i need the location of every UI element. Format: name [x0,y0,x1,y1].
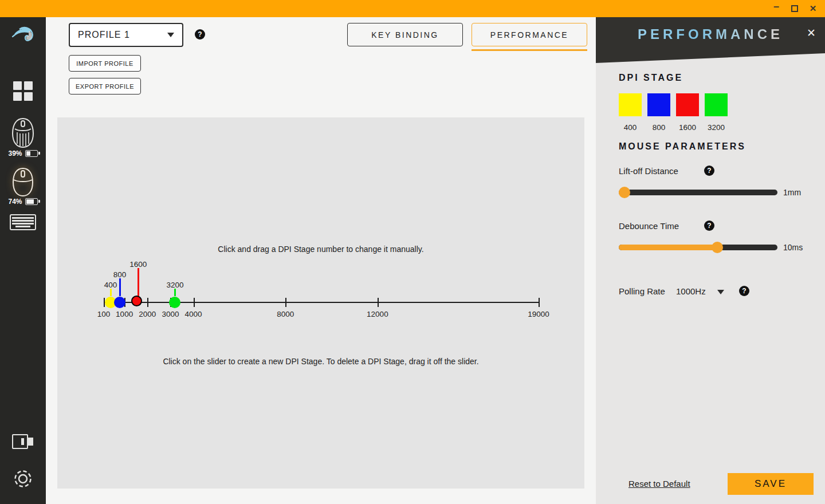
save-button[interactable]: SAVE [728,473,814,495]
sidebar-item-device-wired-mouse[interactable] [0,117,46,148]
dpi-stage-swatch-label-1600: 1600 [676,123,699,132]
dpi-stage-swatches [619,93,728,116]
dpi-stage-leader-line [174,289,176,296]
sidebar-item-device-keyboard[interactable] [0,214,46,230]
dpi-stage-number-800[interactable]: 800 [103,270,137,279]
dpi-tick-19000 [539,298,540,307]
reset-to-default-link[interactable]: Reset to Default [628,479,690,489]
dpi-tick-label-12000: 12000 [360,310,395,318]
panel-close-icon[interactable]: ✕ [807,26,816,40]
battery-status-wireless-mouse: 74% [0,198,46,206]
dpi-stage-dot-800[interactable] [114,297,125,308]
gear-icon [11,467,34,490]
dpi-stage-number-1600[interactable]: 1600 [121,260,155,269]
grid-icon [13,81,33,101]
profile-help-icon[interactable]: ? [195,29,205,40]
import-profile-button[interactable]: IMPORT PROFILE [69,55,141,72]
dpi-tick-label-4000: 4000 [176,310,211,318]
performance-panel-title: PERFORMANCE [596,26,825,42]
brand-swoosh-icon [11,24,34,47]
profile-dropdown[interactable]: PROFILE 1 [69,23,183,47]
battery-icon [25,150,38,157]
battery-percent-label: 74% [8,198,22,206]
dpi-stage-swatch-1600[interactable] [676,93,699,116]
battery-percent-label: 39% [8,149,22,158]
titlebar: – ✕ [0,0,825,17]
lift-off-distance-value: 1mm [783,188,801,197]
sidebar-item-dongle[interactable] [0,433,46,450]
main-content: PROFILE 1 ? IMPORT PROFILE EXPORT PROFIL… [46,17,596,504]
usb-dongle-icon [11,433,34,450]
lift-off-distance-slider[interactable] [619,190,777,195]
slider-thumb[interactable] [712,242,723,253]
dpi-stage-dot-3200[interactable] [169,297,180,308]
chevron-down-icon[interactable] [717,290,724,294]
dpi-stage-swatch-label-3200: 3200 [705,123,728,132]
close-button[interactable]: ✕ [807,2,819,15]
dpi-stage-number-400[interactable]: 400 [93,281,128,289]
maximize-icon [791,5,798,12]
dpi-stage-swatch-label-800: 800 [647,123,670,132]
performance-panel: PERFORMANCE ✕ DPI STAGE 40080016003200 M… [596,17,825,504]
battery-icon [25,198,38,205]
dpi-tick-label-19000: 19000 [521,310,556,318]
dpi-instruction-bottom: Click on the slider to create a new DPI … [57,357,584,366]
polling-rate-dropdown[interactable]: 1000Hz [676,286,706,296]
profile-dropdown-value: PROFILE 1 [78,30,167,40]
dpi-tick-8000 [285,298,286,307]
dpi-tick-2000 [147,298,148,307]
mouse-parameters-heading: MOUSE PARAMETERS [619,141,746,152]
lift-off-distance-label: Lift-off Distance [619,166,678,176]
debounce-time-value: 10ms [783,243,803,252]
dpi-stage-swatch-400[interactable] [619,93,642,116]
battery-status-wired-mouse: 39% [0,149,46,158]
dpi-stage-leader-line [119,278,121,296]
maximize-button[interactable] [788,2,801,15]
slider-fill [619,245,717,250]
dpi-tick-4000 [194,298,195,307]
dpi-stage-swatch-label-400: 400 [619,123,642,132]
sidebar: 39% 74% [0,17,46,504]
dpi-stage-leader-line [138,268,139,296]
sidebar-item-home[interactable] [0,81,46,101]
debounce-time-slider[interactable] [619,245,777,250]
sidebar-item-settings[interactable] [0,467,46,490]
dpi-stage-values: 40080016003200 [619,123,728,132]
dpi-stage-heading: DPI STAGE [619,73,683,83]
dpi-stage-swatch-3200[interactable] [705,93,728,116]
wireless-mouse-icon [10,167,36,197]
sidebar-item-device-wireless-mouse[interactable] [0,167,46,197]
debounce-help-icon[interactable]: ? [704,220,714,231]
wired-mouse-icon [10,117,36,148]
keyboard-icon [10,214,36,230]
dpi-slider-panel: Click and drag a DPI Stage number to cha… [57,117,584,489]
polling-rate-help-icon[interactable]: ? [739,286,749,296]
slider-thumb[interactable] [619,187,630,198]
chevron-down-icon [167,33,174,37]
dpi-tick-12000 [378,298,379,307]
dpi-stage-leader-line [110,289,112,296]
polling-rate-label: Polling Rate [619,286,665,296]
glorious-logo [0,24,46,47]
debounce-time-label: Debounce Time [619,221,679,231]
tab-performance[interactable]: PERFORMANCE [472,23,587,46]
tab-key-binding[interactable]: KEY BINDING [347,23,463,46]
lift-off-help-icon[interactable]: ? [704,166,714,176]
dpi-stage-number-3200[interactable]: 3200 [158,281,192,289]
dpi-tick-label-8000: 8000 [268,310,302,318]
minimize-button[interactable]: – [770,2,783,15]
dpi-stage-swatch-800[interactable] [647,93,670,116]
dpi-instruction-top: Click and drag a DPI Stage number to cha… [57,245,584,254]
active-tab-underline [472,49,587,51]
dpi-stage-dot-1600[interactable] [131,296,142,306]
export-profile-button[interactable]: EXPORT PROFILE [69,78,141,94]
